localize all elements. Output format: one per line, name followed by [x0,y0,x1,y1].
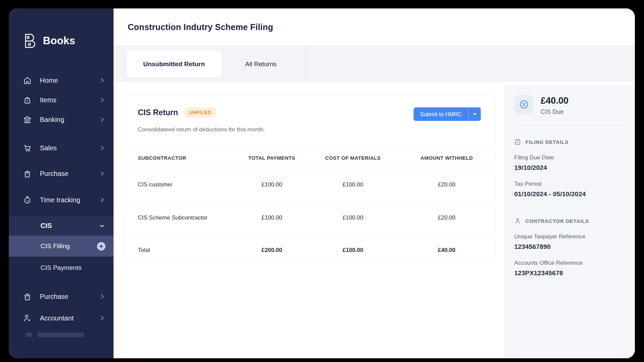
table-total-row: Total £200.00 £100.00 £40.00 [123,234,495,262]
filing-details-heading: FILING DETAILS [514,138,625,145]
content-row: CIS Return UNFILED Submit to HMRC Consol… [114,82,635,358]
home-icon [23,76,32,85]
cell-amount-withheld: £20.00 [398,214,495,221]
cis-due-amount: £40.00 [541,96,569,106]
app-logo: Books [22,33,114,49]
sidebar: Books Home Items [9,8,114,358]
page-header: Construction Indutry Scheme Filing [114,8,635,46]
cis-return-card: CIS Return UNFILED Submit to HMRC Consol… [123,94,495,262]
main-content: CIS Return UNFILED Submit to HMRC Consol… [114,82,504,358]
chevron-right-icon [99,78,105,83]
calendar-check-icon [514,138,521,145]
sidebar-item-items[interactable]: Items [9,90,114,110]
column-header-subcontractor: SUBCONTRACTOR [123,155,236,161]
cell-total-payments: £100.00 [236,214,308,221]
chevron-right-icon [99,315,105,321]
column-header-total-payments: TOTAL PAYMENTS [236,155,308,161]
percent-badge-icon [519,99,529,110]
sidebar-item-time-tracking[interactable]: Time tracking [9,190,114,210]
summary-panel: £40.00 CIS Due FILING DETAILS [504,82,635,358]
cell-total-payments: £100.00 [236,181,308,188]
cell-subcontractor: CIS customer [123,181,236,188]
cart-icon [23,144,32,152]
sidebar-item-purchase[interactable]: Purchase [9,164,114,183]
stopwatch-icon [23,196,32,204]
total-amount-withheld-value: £40.00 [398,247,495,254]
tax-period-field: Tax Period 01/10/2024 - 05/10/2024 [514,181,625,198]
chevron-right-icon [99,294,105,299]
skeleton-bar [38,333,84,337]
app-window: Books Home Items [9,8,635,358]
filing-due-date-value: 19/10/2024 [514,164,625,172]
person-icon [514,217,521,224]
plus-icon [99,244,103,249]
cell-amount-withheld: £20.00 [398,181,495,188]
cis-return-table: SUBCONTRACTOR TOTAL PAYMENTS COST OF MAT… [123,147,495,262]
shopping-bag-icon [23,292,32,301]
total-cost-of-materials-value: £100.00 [308,247,398,254]
column-header-cost-of-materials: COST OF MATERIALS [308,155,398,161]
chevron-right-icon [99,197,105,203]
status-badge: UNFILED [184,107,217,118]
sidebar-item-purchase-2[interactable]: Purchase [9,287,114,306]
page-title: Construction Indutry Scheme Filing [128,22,273,32]
shopping-bag-icon [23,169,32,178]
cell-cost-of-materials: £100.00 [308,181,398,188]
cell-cost-of-materials: £100.00 [308,214,398,221]
sidebar-item-home[interactable]: Home [9,71,114,90]
chevron-right-icon [99,97,105,103]
tab-bar: Unsubmitted Return All Returns [114,46,635,82]
sidebar-item-cis-payments[interactable]: CIS Payments [9,258,114,278]
cis-due-summary: £40.00 CIS Due [514,95,625,115]
submit-to-hmrc-button[interactable]: Submit to HMRC [414,107,468,121]
card-description: Consolidateed return of deductions for t… [123,121,495,133]
tab-bar-divider [305,46,305,82]
tax-period-value: 01/10/2024 - 05/10/2024 [514,190,625,198]
unique-taxpayer-reference-field: Unique Taxpayer Reference 1234567890 [514,233,625,251]
bank-icon [23,115,32,124]
cis-due-label: CIS Due [541,108,569,115]
column-header-amount-withheld: AMOUNT WITHHELD [398,155,495,161]
main-area: Construction Indutry Scheme Filing Unsub… [114,8,635,358]
table-header-row: SUBCONTRACTOR TOTAL PAYMENTS COST OF MAT… [123,147,495,168]
submit-dropdown-button[interactable] [468,107,481,121]
sidebar-skeleton [26,333,114,337]
table-row: CIS customer £100.00 £100.00 £20.00 [123,168,495,201]
add-cis-filing-button[interactable] [97,242,105,251]
sidebar-nav: Home Items Banking [9,71,114,337]
tab-unsubmitted-return[interactable]: Unsubmitted Return [126,51,222,78]
sidebar-item-banking[interactable]: Banking [9,110,114,129]
sidebar-item-cis-filling[interactable]: CIS Filling [9,236,114,257]
total-payments-value: £200.00 [236,247,308,254]
filing-due-date-field: Filing Due Date 19/10/2024 [514,154,625,172]
total-label: Total [123,247,236,254]
chevron-right-icon [99,171,105,176]
table-row: CIS Scheme Subcontractor £100.00 £100.00… [123,201,495,234]
accounts-office-reference-field: Accounts Office Reference 123PX12345678 [514,260,625,277]
chevron-right-icon [99,145,105,151]
card-header: CIS Return UNFILED Submit to HMRC [123,95,495,121]
card-title: CIS Return [138,108,178,117]
panel-divider [514,125,625,125]
accounts-office-reference-value: 123PX12345678 [514,269,625,277]
accountant-icon [23,314,32,322]
tab-all-returns[interactable]: All Returns [234,51,288,78]
items-bag-icon [23,96,32,104]
sidebar-item-accountant[interactable]: Accountant [9,308,114,328]
sidebar-item-cis[interactable]: CIS [9,216,114,236]
submit-split-button: Submit to HMRC [414,107,481,121]
cis-due-icon-tile [514,95,534,114]
unique-taxpayer-reference-value: 1234567890 [514,243,625,251]
app-name: Books [43,35,75,47]
sidebar-item-sales[interactable]: Sales [9,138,114,158]
contractor-details-heading: CONTRACTOR DETAILS [514,217,625,224]
skeleton-bar [26,333,32,337]
caret-down-icon [473,113,477,115]
chevron-right-icon [99,117,105,122]
chevron-down-icon [99,223,105,229]
cell-subcontractor: CIS Scheme Subcontractor [123,214,236,221]
books-logo-icon [22,33,38,49]
